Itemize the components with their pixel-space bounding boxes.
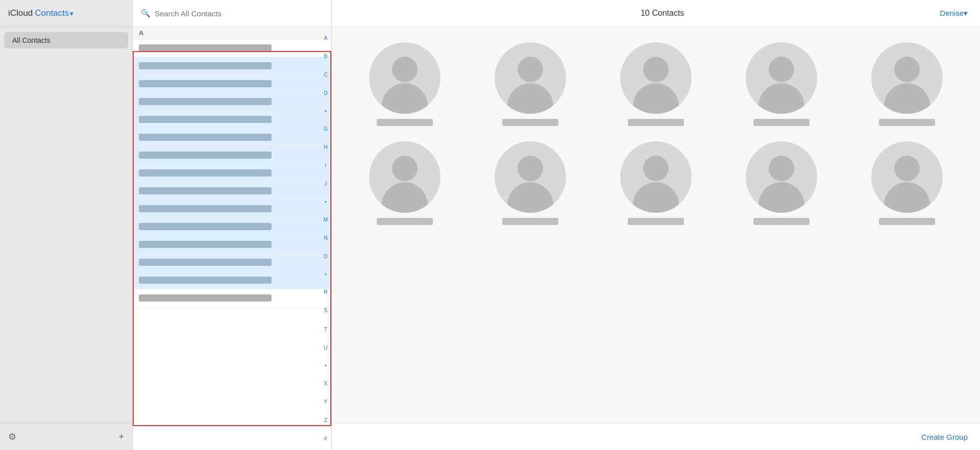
contact-card[interactable] bbox=[603, 141, 708, 225]
contact-card[interactable] bbox=[729, 42, 834, 126]
contact-name-bar bbox=[139, 241, 272, 248]
contact-name-bar bbox=[139, 44, 272, 52]
contact-row[interactable] bbox=[133, 57, 331, 75]
avatar-head bbox=[769, 57, 794, 82]
sidebar: iCloud Contacts ▾ All Contacts ⚙ + bbox=[0, 0, 133, 450]
avatar-silhouette bbox=[871, 141, 943, 213]
contact-row[interactable] bbox=[133, 182, 331, 200]
contact-row[interactable] bbox=[133, 289, 331, 307]
search-input[interactable] bbox=[155, 9, 323, 18]
contact-row[interactable] bbox=[133, 93, 331, 111]
avatar-silhouette bbox=[871, 42, 943, 114]
contact-name-block bbox=[879, 218, 935, 225]
contact-row[interactable] bbox=[133, 200, 331, 218]
alpha-a[interactable]: A bbox=[324, 35, 328, 41]
alpha-o[interactable]: O bbox=[324, 254, 328, 260]
avatar-body bbox=[884, 83, 930, 114]
contact-name-block bbox=[753, 119, 810, 126]
alpha-g[interactable]: G bbox=[324, 126, 328, 132]
contact-list-scroll[interactable]: A bbox=[133, 27, 331, 450]
alpha-n[interactable]: N bbox=[324, 235, 327, 241]
main-header: 10 Contacts Denise▾ bbox=[332, 0, 980, 27]
user-menu[interactable]: Denise▾ bbox=[940, 9, 968, 18]
contact-name-bar bbox=[139, 152, 272, 159]
alpha-s[interactable]: S bbox=[324, 308, 328, 314]
create-group-button[interactable]: Create Group bbox=[921, 433, 968, 441]
avatar-body bbox=[382, 83, 428, 114]
contact-avatar bbox=[620, 42, 692, 114]
contact-name-bar bbox=[139, 169, 272, 177]
user-chevron-icon: ▾ bbox=[964, 9, 968, 17]
add-contact-icon[interactable]: + bbox=[118, 432, 124, 442]
alpha-c[interactable]: C bbox=[324, 72, 327, 78]
contact-row[interactable] bbox=[133, 271, 331, 289]
avatar-body bbox=[507, 83, 553, 114]
sidebar-nav: All Contacts bbox=[0, 27, 132, 423]
section-header-a: A bbox=[133, 27, 331, 39]
contact-name-block bbox=[879, 119, 935, 126]
sidebar-icloud-title: iCloud bbox=[8, 8, 33, 18]
alpha-t[interactable]: T bbox=[324, 327, 327, 333]
sidebar-contacts-title[interactable]: Contacts bbox=[35, 8, 69, 18]
alpha-h[interactable]: H bbox=[324, 144, 327, 151]
contact-name-bar bbox=[139, 259, 272, 266]
contact-row[interactable] bbox=[133, 146, 331, 164]
contact-row[interactable] bbox=[133, 39, 331, 57]
contact-name-bar bbox=[139, 205, 272, 212]
sidebar-item-all-contacts[interactable]: All Contacts bbox=[4, 32, 128, 48]
contact-name-block bbox=[502, 119, 558, 126]
contact-card[interactable] bbox=[478, 141, 583, 225]
alpha-r[interactable]: R bbox=[324, 289, 327, 295]
contact-row[interactable] bbox=[133, 111, 331, 129]
settings-icon[interactable]: ⚙ bbox=[8, 431, 16, 442]
sidebar-chevron-icon[interactable]: ▾ bbox=[70, 10, 74, 17]
contact-row[interactable] bbox=[133, 218, 331, 236]
avatar-body bbox=[633, 83, 679, 114]
contact-card[interactable] bbox=[352, 141, 457, 225]
contact-row[interactable] bbox=[133, 164, 331, 182]
avatar-silhouette bbox=[746, 42, 817, 114]
avatar-silhouette bbox=[369, 141, 440, 213]
contact-avatar bbox=[746, 141, 817, 213]
contact-row[interactable] bbox=[133, 129, 331, 146]
contact-card[interactable] bbox=[352, 42, 457, 126]
avatar-body bbox=[507, 182, 553, 213]
contact-avatar bbox=[871, 42, 943, 114]
avatar-head bbox=[518, 57, 543, 82]
contact-row[interactable] bbox=[133, 254, 331, 271]
contact-card[interactable] bbox=[729, 141, 834, 225]
alpha-m[interactable]: M bbox=[324, 217, 328, 223]
avatar-body bbox=[758, 182, 804, 213]
alpha-d[interactable]: D bbox=[324, 90, 327, 96]
contact-row[interactable] bbox=[133, 75, 331, 93]
contact-avatar bbox=[871, 141, 943, 213]
avatar-silhouette bbox=[620, 141, 692, 213]
avatar-silhouette bbox=[369, 42, 440, 114]
alpha-index: A B C D • G H I J • M N O • R S T U • X … bbox=[320, 27, 331, 450]
search-bar: 🔍 bbox=[133, 0, 331, 27]
alpha-dot-4: • bbox=[325, 363, 327, 368]
alpha-y[interactable]: Y bbox=[324, 399, 328, 405]
contact-name-block bbox=[377, 218, 433, 225]
contact-row[interactable] bbox=[133, 236, 331, 254]
contact-name-bar bbox=[139, 62, 272, 69]
avatar-head bbox=[894, 156, 920, 181]
contact-card[interactable] bbox=[854, 42, 960, 126]
contact-name-bar bbox=[139, 187, 272, 194]
avatar-silhouette bbox=[620, 42, 692, 114]
contact-name-bar bbox=[139, 98, 272, 105]
alpha-j[interactable]: J bbox=[325, 181, 327, 187]
alpha-u[interactable]: U bbox=[324, 345, 327, 351]
contacts-count: 10 Contacts bbox=[641, 9, 684, 18]
alpha-i[interactable]: I bbox=[325, 163, 327, 169]
alpha-hash[interactable]: # bbox=[324, 436, 327, 442]
contact-card[interactable] bbox=[854, 141, 960, 225]
alpha-z[interactable]: Z bbox=[324, 417, 327, 423]
alpha-dot-3: • bbox=[325, 272, 327, 277]
contact-card[interactable] bbox=[603, 42, 708, 126]
alpha-x[interactable]: X bbox=[324, 381, 328, 387]
cards-area bbox=[332, 27, 980, 423]
alpha-b[interactable]: B bbox=[324, 54, 328, 60]
contact-card[interactable] bbox=[478, 42, 583, 126]
contact-avatar bbox=[369, 42, 440, 114]
